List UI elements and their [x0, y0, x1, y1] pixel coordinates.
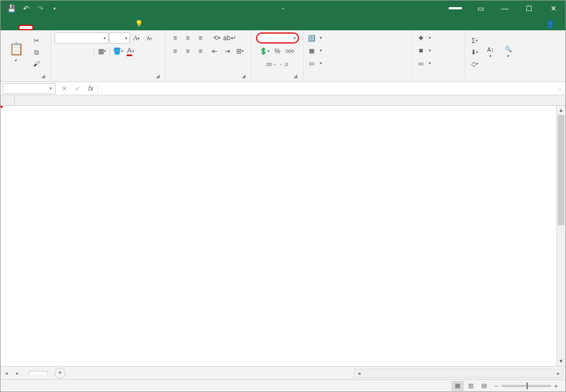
fill-color-icon[interactable]: 🪣▾: [112, 46, 124, 57]
align-middle-icon[interactable]: ≡: [182, 32, 194, 43]
zoom-in-icon[interactable]: +: [554, 383, 558, 389]
align-top-icon[interactable]: ≡: [169, 32, 181, 43]
cancel-icon[interactable]: ✕: [58, 83, 71, 94]
share-button[interactable]: 👤: [542, 18, 561, 30]
tab-page-layout[interactable]: [49, 25, 62, 30]
scroll-down-icon[interactable]: ▼: [557, 357, 565, 366]
font-name-select[interactable]: ▾: [55, 32, 108, 43]
zoom-slider[interactable]: [502, 385, 551, 387]
dialog-launcher-icon[interactable]: ◢: [240, 73, 247, 79]
number-format-select[interactable]: ▾: [256, 32, 299, 43]
cut-icon[interactable]: ✂: [30, 35, 42, 46]
fx-icon[interactable]: fx: [84, 83, 97, 94]
enter-icon[interactable]: ✓: [71, 83, 84, 94]
sheet-nav-prev-icon[interactable]: ◂: [1, 370, 12, 376]
font-color-icon[interactable]: A▾: [124, 46, 137, 57]
wrap-text-icon[interactable]: ab↵: [224, 32, 236, 43]
qat-customize-icon[interactable]: ▾: [48, 2, 61, 14]
group-label-editing: [469, 72, 562, 80]
redo-icon[interactable]: ↷: [34, 2, 47, 14]
scroll-left-icon[interactable]: ◂: [355, 371, 363, 376]
group-editing: Σ▾ ⬇▾ ◇▾ A↕▾ 🔍▾: [465, 30, 565, 81]
merge-center-icon[interactable]: ⊞▾: [234, 46, 246, 57]
find-select-button[interactable]: 🔍▾: [500, 35, 516, 70]
vertical-scrollbar[interactable]: ▲ ▼: [556, 106, 565, 366]
insert-icon: ✚: [417, 34, 425, 42]
scroll-right-icon[interactable]: ▸: [554, 371, 563, 376]
decrease-font-icon[interactable]: A▾: [143, 32, 155, 43]
border-icon[interactable]: ▦▾: [96, 46, 108, 57]
scroll-up-icon[interactable]: ▲: [557, 106, 565, 115]
percent-format-icon[interactable]: %: [271, 46, 284, 57]
align-bottom-icon[interactable]: ≡: [194, 32, 206, 43]
increase-font-icon[interactable]: A▴: [130, 32, 143, 43]
save-icon[interactable]: 💾: [5, 2, 18, 14]
sheet-nav-next-icon[interactable]: ▸: [12, 370, 23, 376]
new-sheet-button[interactable]: +: [55, 368, 66, 379]
format-cells-button[interactable]: ▭▾: [416, 58, 432, 69]
delete-icon: ✖: [417, 47, 425, 55]
name-box[interactable]: ▾: [3, 83, 56, 94]
dialog-launcher-icon[interactable]: ◢: [40, 73, 46, 79]
tab-tell-me[interactable]: 💡: [128, 17, 152, 30]
copy-icon[interactable]: ⧉: [30, 47, 42, 58]
horizontal-scrollbar[interactable]: ◂ ▸: [354, 369, 563, 378]
tab-view[interactable]: [102, 25, 115, 30]
sign-in-button[interactable]: [449, 7, 462, 9]
chevron-down-icon[interactable]: ▾: [50, 86, 52, 91]
align-right-icon[interactable]: ≡: [194, 46, 206, 57]
comma-format-icon[interactable]: 000: [284, 46, 296, 57]
tab-formulas[interactable]: [62, 25, 75, 30]
sheet-tab[interactable]: [29, 371, 48, 375]
scroll-thumb[interactable]: [558, 115, 564, 225]
decrease-decimal-icon[interactable]: ←.0: [277, 59, 290, 70]
page-layout-view-icon[interactable]: ▥: [465, 381, 477, 391]
group-font: ▾ ▾ A▴ A▾ ▦▾ 🪣▾ A▾ ◢: [51, 30, 166, 81]
underline-button[interactable]: [80, 46, 92, 57]
accounting-format-icon[interactable]: 💲▾: [259, 46, 271, 57]
cond-format-icon: 🔢: [308, 34, 315, 42]
cell-styles-button[interactable]: ▭▾: [307, 58, 323, 69]
align-left-icon[interactable]: ≡: [169, 46, 181, 57]
insert-cells-button[interactable]: ✚▾: [416, 32, 432, 43]
tab-home[interactable]: [18, 25, 34, 30]
autosum-icon[interactable]: Σ▾: [469, 35, 481, 46]
expand-formula-bar-icon[interactable]: ⌄: [554, 85, 565, 91]
dialog-launcher-icon[interactable]: ◢: [292, 73, 298, 79]
paste-button[interactable]: 📋 ▾: [4, 35, 28, 70]
decrease-indent-icon[interactable]: ⇤: [209, 46, 221, 57]
bold-button[interactable]: [55, 46, 67, 57]
select-all-corner[interactable]: [1, 95, 15, 105]
increase-indent-icon[interactable]: ⇥: [221, 46, 233, 57]
tab-help[interactable]: [115, 25, 128, 30]
increase-decimal-icon[interactable]: .00→: [265, 59, 277, 70]
tab-file[interactable]: [4, 25, 17, 30]
zoom-out-icon[interactable]: −: [494, 383, 498, 389]
align-center-icon[interactable]: ≡: [182, 46, 194, 57]
dialog-launcher-icon[interactable]: ◢: [154, 73, 161, 79]
conditional-formatting-button[interactable]: 🔢▾: [307, 32, 323, 43]
delete-cells-button[interactable]: ✖▾: [416, 45, 432, 56]
tab-insert[interactable]: [36, 25, 49, 30]
fill-icon[interactable]: ⬇▾: [469, 47, 481, 58]
minimize-icon[interactable]: —: [493, 1, 517, 16]
tab-data[interactable]: [75, 25, 89, 30]
undo-icon[interactable]: ↶: [19, 2, 32, 14]
page-break-view-icon[interactable]: ▤: [478, 381, 490, 391]
close-icon[interactable]: ✕: [541, 1, 565, 16]
group-clipboard: 📋 ▾ ✂ ⧉ 🖌 ◢: [1, 30, 51, 81]
sort-filter-button[interactable]: A↕▾: [483, 35, 498, 70]
search-icon: 🔍: [505, 46, 512, 53]
tab-review[interactable]: [89, 25, 102, 30]
format-as-table-button[interactable]: ▦▾: [307, 45, 323, 56]
italic-button[interactable]: [67, 46, 79, 57]
clear-icon[interactable]: ◇▾: [469, 58, 481, 69]
font-size-select[interactable]: ▾: [109, 32, 130, 43]
normal-view-icon[interactable]: ▦: [451, 381, 464, 391]
lightbulb-icon: 💡: [135, 20, 143, 28]
maximize-icon[interactable]: ☐: [517, 1, 541, 16]
ribbon-display-options-icon[interactable]: ▭: [469, 1, 493, 16]
format-painter-icon[interactable]: 🖌: [30, 58, 42, 69]
formula-input[interactable]: [97, 83, 554, 94]
orientation-icon[interactable]: ⟲▾: [211, 32, 223, 43]
